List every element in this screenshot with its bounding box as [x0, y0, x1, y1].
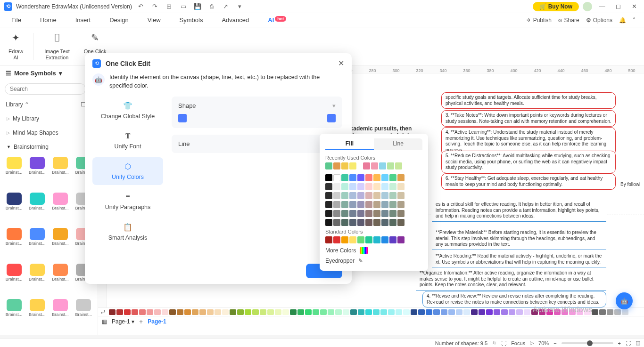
standard-color-swatch[interactable]	[325, 236, 332, 243]
shade-color-swatch[interactable]	[389, 219, 396, 226]
color-tab-fill[interactable]: Fill	[325, 138, 374, 150]
palette-arrow-icon[interactable]: ⇄	[101, 309, 105, 315]
standard-color-swatch[interactable]	[357, 236, 364, 243]
theme-color-swatch[interactable]	[325, 174, 332, 181]
panel-icon[interactable]: ◫	[636, 340, 640, 346]
menu-insert[interactable]: Insert	[73, 15, 94, 25]
shape-item[interactable]: Brainst...	[3, 298, 25, 333]
theme-color-swatch[interactable]	[397, 174, 405, 181]
theme-color-swatch[interactable]	[349, 174, 356, 181]
palette-swatch[interactable]	[471, 309, 478, 315]
shape-item[interactable]: Brainst...	[73, 298, 95, 333]
palette-swatch[interactable]	[313, 309, 319, 315]
shade-color-swatch[interactable]	[333, 201, 340, 208]
shade-color-swatch[interactable]	[325, 219, 332, 226]
shade-color-swatch[interactable]	[397, 183, 405, 190]
palette-swatch[interactable]	[411, 309, 417, 315]
shape-color-from[interactable]	[178, 114, 187, 122]
shade-color-swatch[interactable]	[357, 201, 364, 208]
shape-item[interactable]: Brainst...	[26, 192, 48, 226]
more-colors-button[interactable]: More Colors	[325, 247, 422, 254]
shade-color-swatch[interactable]	[333, 183, 340, 190]
palette-swatch[interactable]	[365, 309, 372, 315]
shade-color-swatch[interactable]	[381, 219, 388, 226]
theme-color-swatch[interactable]	[333, 174, 340, 181]
menu-view[interactable]: View	[145, 15, 164, 25]
palette-swatch[interactable]	[290, 309, 297, 315]
shape-color-to[interactable]	[327, 114, 336, 122]
color-tab-line[interactable]: Line	[374, 138, 422, 150]
theme-color-swatch[interactable]	[341, 174, 348, 181]
shape-item[interactable]: Brainst...	[3, 227, 25, 262]
shape-item[interactable]: Brainst...	[26, 263, 48, 298]
palette-swatch[interactable]	[622, 309, 628, 315]
opt-smart-analysis[interactable]: 📋Smart Analysis	[92, 218, 163, 246]
shade-color-swatch[interactable]	[381, 210, 388, 217]
palette-swatch[interactable]	[524, 309, 530, 315]
standard-color-swatch[interactable]	[381, 236, 388, 243]
shade-color-swatch[interactable]	[365, 201, 372, 208]
shape-item[interactable]: Brainst...	[3, 156, 25, 191]
shape-item[interactable]: Brainst...	[50, 156, 72, 191]
palette-swatch[interactable]	[380, 309, 387, 315]
menu-ai[interactable]: AIhot	[265, 15, 289, 25]
palette-swatch[interactable]	[230, 309, 236, 315]
mind-node-5[interactable]: 5. **Reduce Distractions**: Avoid multit…	[441, 151, 616, 173]
search-input[interactable]	[5, 83, 86, 95]
mind-node-b3[interactable]: **Active Reading:** Read the material ac…	[432, 251, 606, 267]
collapse-ribbon-icon[interactable]: ˄	[633, 17, 636, 24]
buy-now-button[interactable]: 🛒 Buy Now	[533, 2, 579, 11]
layers-icon[interactable]: ≋	[492, 340, 496, 346]
palette-swatch[interactable]	[177, 309, 183, 315]
palette-swatch[interactable]	[486, 309, 493, 315]
palette-swatch[interactable]	[433, 309, 440, 315]
shape-item[interactable]: Brainst...	[3, 263, 25, 298]
palette-swatch[interactable]	[132, 309, 138, 315]
palette-swatch[interactable]	[494, 309, 500, 315]
recent-color-swatch[interactable]	[371, 162, 378, 169]
theme-color-swatch[interactable]	[357, 174, 364, 181]
palette-swatch[interactable]	[297, 309, 304, 315]
recent-color-swatch[interactable]	[379, 162, 386, 169]
shape-item[interactable]: Brainst...	[50, 227, 72, 262]
play-icon[interactable]: ▷	[530, 340, 534, 346]
palette-swatch[interactable]	[162, 309, 168, 315]
shade-color-swatch[interactable]	[349, 201, 356, 208]
focus-label[interactable]: Focus	[511, 340, 525, 346]
export-icon[interactable]: ↗	[221, 1, 231, 12]
shape-item[interactable]: Brainst...	[26, 156, 48, 191]
palette-swatch[interactable]	[328, 309, 334, 315]
palette-swatch[interactable]	[388, 309, 395, 315]
shade-color-swatch[interactable]	[325, 183, 332, 190]
save-icon[interactable]: 💾	[192, 1, 203, 12]
palette-swatch[interactable]	[456, 309, 462, 315]
new-icon[interactable]: ⊞	[164, 1, 174, 12]
zoom-value[interactable]: 70%	[538, 340, 549, 346]
opt-unify-paragraphs[interactable]: ≡Unify Paragraphs	[92, 188, 163, 215]
shade-color-swatch[interactable]	[389, 201, 396, 208]
ribbon-image-text[interactable]: ⌷ Image Text Extraction	[41, 30, 74, 63]
shape-item[interactable]: Brainst...	[50, 192, 72, 226]
palette-swatch[interactable]	[448, 309, 455, 315]
theme-color-swatch[interactable]	[381, 174, 388, 181]
mind-node-b5[interactable]: 4. **Revise and Review:** Review and rev…	[422, 291, 606, 307]
ribbon-edraw-ai[interactable]: ✦ Edraw AI	[5, 30, 27, 63]
theme-color-swatch[interactable]	[365, 174, 372, 181]
palette-swatch[interactable]	[343, 309, 349, 315]
shade-color-swatch[interactable]	[381, 201, 388, 208]
palette-swatch[interactable]	[335, 309, 342, 315]
shade-color-swatch[interactable]	[381, 183, 388, 190]
theme-color-swatch[interactable]	[389, 174, 396, 181]
shade-color-swatch[interactable]	[365, 219, 372, 226]
shape-item[interactable]: Brainst...	[50, 298, 72, 333]
shade-color-swatch[interactable]	[349, 210, 356, 217]
menu-symbols[interactable]: Symbols	[177, 15, 206, 25]
notifications-icon[interactable]: 🔔	[619, 17, 626, 24]
palette-swatch[interactable]	[237, 309, 244, 315]
sidebar-brainstorming[interactable]: ▼Brainstorming	[0, 140, 98, 154]
palette-swatch[interactable]	[599, 309, 606, 315]
mind-node-6[interactable]: 6. **Stay Healthy**: Get adequate sleep,…	[441, 173, 616, 190]
shade-color-swatch[interactable]	[349, 183, 356, 190]
shade-color-swatch[interactable]	[325, 201, 332, 208]
zoom-out-icon[interactable]: −	[553, 340, 556, 346]
